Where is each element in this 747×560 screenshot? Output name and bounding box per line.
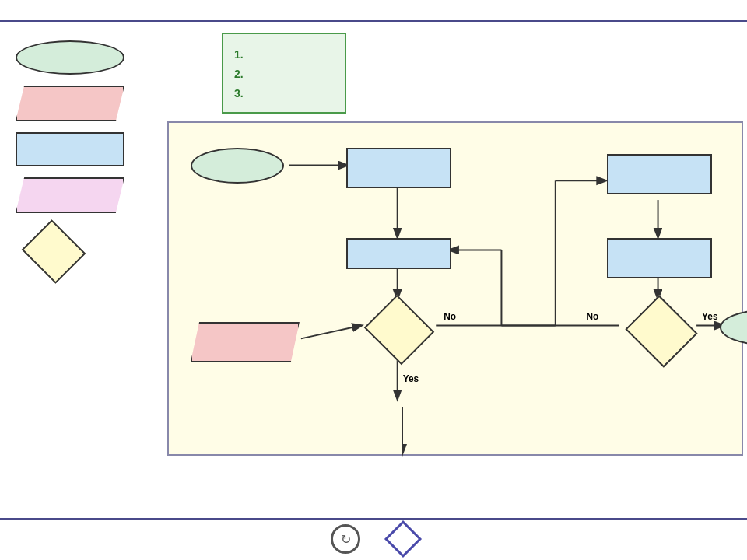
no-shampoo-label: No xyxy=(444,310,456,321)
hairclean-q-label xyxy=(622,300,700,362)
yes-label: Yes xyxy=(403,373,419,383)
yes-hairclean-label: Yes xyxy=(702,310,718,321)
no-hairclean-label: No xyxy=(586,310,598,321)
legend-item-input xyxy=(16,86,160,121)
shampoo-q-label xyxy=(362,300,437,359)
flowchart-container: 1. 2. 3. xyxy=(167,33,743,456)
shampoo-directions-box: 1. 2. 3. xyxy=(222,33,346,114)
shampoo-list: 1. 2. 3. xyxy=(234,45,334,104)
wet-hair-node xyxy=(346,148,451,188)
begin-shampoo-node xyxy=(191,148,284,184)
legend-item-begin xyxy=(16,40,160,75)
begin-symbol xyxy=(16,40,124,75)
svg-line-13 xyxy=(301,325,361,338)
legend-item-operation xyxy=(16,132,160,166)
yes-bottom-label xyxy=(402,403,465,460)
operation-symbol xyxy=(16,132,124,166)
footer: ↻ xyxy=(0,518,747,554)
output-symbol xyxy=(16,177,124,213)
question-label xyxy=(16,224,101,280)
legend-panel xyxy=(16,33,160,456)
footer-diamond-icon xyxy=(384,520,422,558)
hairclean-diamond-wrapper xyxy=(622,300,700,362)
flowchart-area: Yes No Yes No xyxy=(167,121,743,456)
lather-node xyxy=(607,154,712,194)
input-symbol xyxy=(16,86,124,121)
footer-circle-icon: ↻ xyxy=(331,524,360,554)
select-bottle-node xyxy=(346,238,451,269)
page-title xyxy=(0,0,747,22)
info-bottle-node xyxy=(191,322,300,362)
legend-item-question xyxy=(16,224,160,280)
rinse-node xyxy=(607,238,712,278)
shampoo-diamond-wrapper xyxy=(362,300,437,359)
legend-item-output xyxy=(16,177,160,213)
end-shampoo-node xyxy=(720,310,747,345)
